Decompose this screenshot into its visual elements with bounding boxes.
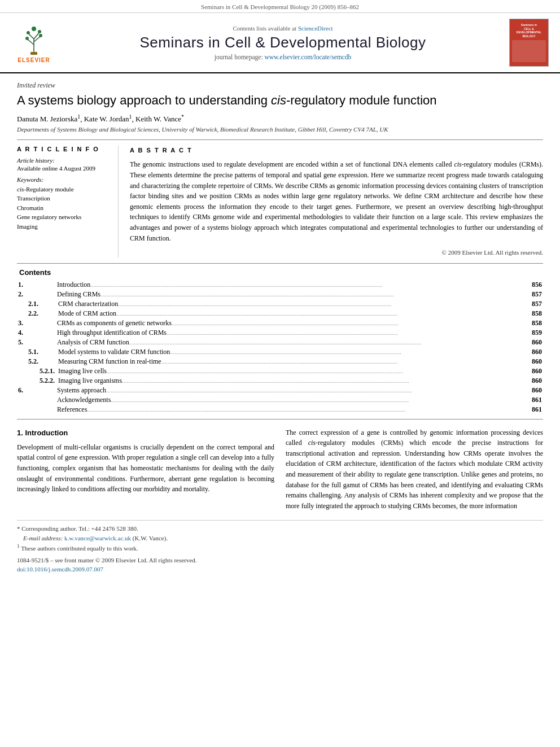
footer-email-name: (K.W. Vance). xyxy=(133,535,168,541)
toc-label-5-2-2: Imaging live organisms..................… xyxy=(56,376,526,386)
intro-para-1: Development of multi-cellular organisms … xyxy=(17,442,274,495)
toc-label-ref: References..............................… xyxy=(56,405,526,414)
toc-label-1: Introduction............................… xyxy=(56,280,526,290)
toc-label-5-1: Model systems to validate CRM function..… xyxy=(56,347,526,357)
toc-num-ref xyxy=(17,405,56,414)
sciencedirect-link[interactable]: ScienceDirect xyxy=(298,25,333,32)
toc-row-1: 1. Introduction.........................… xyxy=(17,280,543,290)
article-title-part1: A systems biology approach to understand… xyxy=(17,93,271,107)
toc-page-4: 859 xyxy=(526,328,543,338)
toc-num-5-2: 5.2. xyxy=(17,357,56,366)
svg-point-6 xyxy=(25,37,29,40)
toc-row-ack: Acknowledgements........................… xyxy=(17,395,543,405)
toc-label-2-2: Mode of CRM action......................… xyxy=(56,309,526,318)
abstract-heading: A B S T R A C T xyxy=(130,146,543,155)
article-title-part2: -regulatory module function xyxy=(286,93,437,107)
journal-reference: Seminars in Cell & Developmental Biology… xyxy=(201,3,359,10)
footer-sup1: 1 xyxy=(17,543,20,549)
journal-main-title: Seminars in Cell & Developmental Biology xyxy=(62,34,504,51)
intro-para-2: The correct expression of a gene is cont… xyxy=(286,427,543,512)
article-info-heading: A R T I C L E I N F O xyxy=(17,146,111,152)
toc-row-5-2-2: 5.2.2. Imaging live organisms...........… xyxy=(17,376,543,386)
toc-num-5-2-2: 5.2.2. xyxy=(17,376,56,386)
toc-page-2-1: 857 xyxy=(526,299,543,309)
footer-doi: doi:10.1016/j.semcdb.2009.07.007 xyxy=(17,565,543,574)
toc-row-6: 6. Systems approach.....................… xyxy=(17,386,543,395)
author3: Keith W. Vance xyxy=(135,115,181,123)
toc-row-ref: References..............................… xyxy=(17,405,543,414)
keywords-section: Keywords: cis-Regulatory module Transcri… xyxy=(17,176,111,231)
abstract-column: A B S T R A C T The genomic instructions… xyxy=(130,146,543,257)
footer-star-note: * Corresponding author. Tel.: +44 2476 5… xyxy=(17,524,543,534)
toc-label-5-2-1: Imaging live cells......................… xyxy=(56,366,526,376)
toc-row-5-2: 5.2. Measuring CRM function in real-time… xyxy=(17,357,543,366)
toc-label-4: High throughput identification of CRMs..… xyxy=(56,328,526,338)
toc-page-5-2-2: 860 xyxy=(526,376,543,386)
toc-page-2-2: 858 xyxy=(526,309,543,318)
body-col-right: The correct expression of a gene is cont… xyxy=(286,427,543,515)
invited-review-label: Invited review xyxy=(17,81,543,90)
abstract-text: The genomic instructions used to regulat… xyxy=(130,159,543,243)
toc-label-2-1: CRM characterization....................… xyxy=(56,299,526,309)
toc-page-ack: 861 xyxy=(526,395,543,405)
svg-rect-11 xyxy=(30,52,37,55)
toc-num-3: 3. xyxy=(17,318,56,328)
toc-row-5: 5. Analysis of CRM function.............… xyxy=(17,338,543,347)
article-history-label: Article history: xyxy=(17,157,111,164)
toc-num-4: 4. xyxy=(17,328,56,338)
footer-issn: 1084-9521/$ – see front matter © 2009 El… xyxy=(17,556,543,565)
footer-equal-contrib: 1 These authors contributed equally to t… xyxy=(17,543,543,553)
keyword-3: Chromatin xyxy=(17,203,111,213)
elsevier-brand-label: ELSEVIER xyxy=(18,57,50,63)
toc-page-5-2: 860 xyxy=(526,357,543,366)
article-info-column: A R T I C L E I N F O Article history: A… xyxy=(17,146,119,257)
article-history-value: Available online 4 August 2009 xyxy=(17,165,111,172)
toc-table: 1. Introduction.........................… xyxy=(17,280,543,414)
footer-email-label: E-mail address: xyxy=(23,535,63,541)
keyword-5: Imaging xyxy=(17,222,111,231)
author1: Danuta M. Jeziorska xyxy=(17,115,77,123)
section1-heading: 1. Introduction xyxy=(17,427,274,439)
toc-page-3: 858 xyxy=(526,318,543,328)
toc-label-2: Defining CRMs...........................… xyxy=(56,290,526,299)
toc-page-6: 860 xyxy=(526,386,543,395)
toc-label-6: Systems approach........................… xyxy=(56,386,526,395)
toc-row-2-2: 2.2. Mode of CRM action.................… xyxy=(17,309,543,318)
toc-label-5-2: Measuring CRM function in real-time.....… xyxy=(56,357,526,366)
toc-num-6: 6. xyxy=(17,386,56,395)
toc-page-2: 857 xyxy=(526,290,543,299)
author1-sup: 1 xyxy=(77,113,80,120)
contents-section: Contents 1. Introduction................… xyxy=(17,263,543,420)
toc-page-5-2-1: 860 xyxy=(526,366,543,376)
toc-label-ack: Acknowledgements........................… xyxy=(56,395,526,405)
toc-num-5: 5. xyxy=(17,338,56,347)
author3-sup: * xyxy=(181,113,184,120)
journal-homepage-link[interactable]: www.elsevier.com/locate/semcdb xyxy=(264,54,351,60)
article-info-abstract-columns: A R T I C L E I N F O Article history: A… xyxy=(17,139,543,257)
page-wrapper: Seminars in Cell & Developmental Biology… xyxy=(0,0,560,747)
toc-page-5: 860 xyxy=(526,338,543,347)
toc-num-5-1: 5.1. xyxy=(17,347,56,357)
footer-email-link[interactable]: k.w.vance@warwick.ac.uk xyxy=(64,535,131,541)
svg-point-9 xyxy=(38,30,41,33)
doi-link[interactable]: doi:10.1016/j.semcdb.2009.07.007 xyxy=(17,566,103,573)
footer-email-line: E-mail address: k.w.vance@warwick.ac.uk … xyxy=(17,534,543,543)
toc-page-1: 856 xyxy=(526,280,543,290)
svg-point-7 xyxy=(39,34,42,37)
article-content: Invited review A systems biology approac… xyxy=(0,73,560,582)
body-col-left: 1. Introduction Development of multi-cel… xyxy=(17,427,274,515)
toc-num-5-2-1: 5.2.1. xyxy=(17,366,56,376)
toc-row-5-2-1: 5.2.1. Imaging live cells...............… xyxy=(17,366,543,376)
elsevier-tree-icon xyxy=(17,22,51,56)
contents-heading: Contents xyxy=(17,268,543,277)
journal-title-area: Contents lists available at ScienceDirec… xyxy=(62,25,504,60)
keyword-4: Gene regulatory networks xyxy=(17,212,111,222)
svg-point-8 xyxy=(27,31,30,34)
toc-page-ref: 861 xyxy=(526,405,543,414)
journal-cover-image: Seminars in CELL & DEVELOPMENTAL BIOLOGY xyxy=(509,19,549,67)
toc-row-3: 3. CRMs as components of genetic network… xyxy=(17,318,543,328)
affiliation: Departments of Systems Biology and Biolo… xyxy=(17,126,543,133)
toc-page-5-1: 860 xyxy=(526,347,543,357)
toc-num-2-1: 2.1. xyxy=(17,299,56,309)
author2: Kate W. Jordan xyxy=(84,115,129,123)
